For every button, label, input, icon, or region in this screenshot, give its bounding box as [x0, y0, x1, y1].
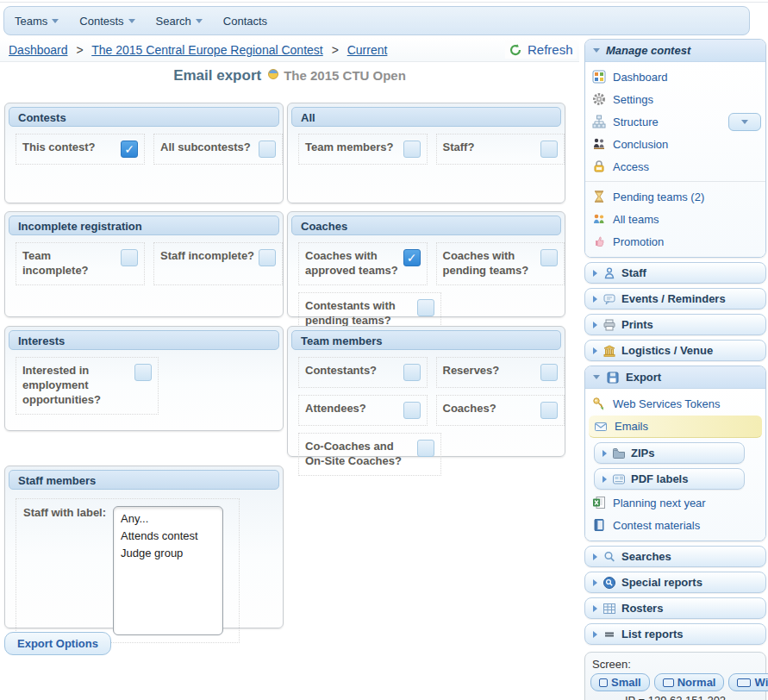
listbox-option[interactable]: Judge group	[114, 545, 222, 562]
breadcrumb-dashboard-link[interactable]: Dashboard	[9, 43, 68, 57]
chevron-right-icon	[593, 270, 597, 277]
panel-title: Incomplete registration	[9, 216, 279, 235]
sidebar-item-access[interactable]: Access	[585, 155, 765, 178]
sidebar-group-label: Prints	[621, 318, 653, 331]
checkbox-coaches-approved[interactable]: ✓	[403, 249, 421, 266]
nav-search[interactable]: Search	[156, 15, 203, 28]
panel-team-members: Team members Contestants? Reserves? Atte…	[287, 326, 565, 457]
sidebar-item-contest-materials[interactable]: Contest materials	[585, 514, 765, 536]
field-staff-incomplete: Staff incomplete?	[153, 242, 283, 285]
checkbox-this-contest[interactable]: ✓	[121, 141, 138, 158]
teams-icon	[592, 212, 606, 226]
listbox-option[interactable]: Attends contest	[114, 528, 222, 545]
sidebar-group-label: Staff	[621, 266, 646, 279]
checkbox-team-members[interactable]	[403, 141, 421, 158]
field-label: Contestants with pending teams?	[305, 299, 402, 328]
sidebar-group-special-reports[interactable]: Special reports	[584, 572, 766, 593]
book-icon	[592, 518, 606, 532]
field-coaches-pending: Coaches with pending teams?	[436, 242, 565, 285]
chevron-right-icon	[593, 322, 597, 328]
chevron-right-icon	[593, 605, 597, 612]
checkbox-reserves[interactable]	[540, 364, 558, 381]
page-title: Email exportThe 2015 CTU Open	[0, 67, 579, 84]
field-label: Attendees?	[305, 402, 366, 416]
chevron-right-icon	[603, 450, 607, 457]
checkbox-contestants-pending[interactable]	[417, 299, 434, 316]
screen-small-button[interactable]: Small	[590, 673, 650, 691]
refresh-icon	[509, 43, 522, 57]
sidebar-item-structure[interactable]: Structure	[585, 110, 765, 133]
refresh-button[interactable]: Refresh	[505, 41, 577, 59]
structure-dropdown-button[interactable]	[728, 113, 761, 131]
staff-label-listbox[interactable]: Any... Attends contest Judge group	[113, 506, 223, 635]
checkbox-coaches-pending[interactable]	[540, 249, 558, 266]
checkbox-team-incomplete[interactable]	[121, 249, 138, 266]
sidebar-group-staff[interactable]: Staff	[584, 262, 766, 284]
sidebar-group-logistics-venue[interactable]: Logistics / Venue	[584, 340, 766, 361]
field-reserves: Reserves?	[436, 357, 565, 388]
nav-contacts[interactable]: Contacts	[223, 15, 267, 28]
checkbox-staff[interactable]	[540, 141, 558, 158]
sidebar-group-label: Special reports	[621, 576, 702, 589]
sidebar-item-web-services-tokens[interactable]: Web Services Tokens	[585, 392, 765, 415]
sidebar-item-promotion[interactable]: Promotion	[585, 230, 765, 253]
checkbox-coaches[interactable]	[540, 402, 558, 419]
panel-incomplete-registration: Incomplete registration Team incomplete?…	[4, 211, 284, 317]
sidebar-group-list-reports[interactable]: List reports	[584, 623, 766, 645]
sidebar-group-searches[interactable]: Searches	[584, 546, 766, 567]
sidebar-group-prints[interactable]: Prints	[584, 314, 766, 335]
sidebar-item-conclusion[interactable]: Conclusion	[585, 133, 765, 155]
sidebar-item-settings[interactable]: Settings	[585, 88, 765, 110]
sidebar-group-label: ZIPs	[631, 447, 654, 459]
people-group-icon	[592, 137, 606, 151]
checkbox-contestants[interactable]	[403, 364, 421, 381]
panel-coaches: Coaches Coaches with approved teams? ✓ C…	[287, 211, 565, 317]
checkbox-all-subcontests[interactable]	[259, 141, 276, 158]
sidebar-group-rosters[interactable]: Rosters	[584, 597, 766, 619]
normal-screen-icon	[663, 678, 674, 687]
label-card-icon	[612, 472, 626, 486]
field-label: Reserves?	[443, 364, 500, 378]
field-label: Team incomplete?	[22, 249, 119, 278]
export-group-items: Web Services Tokens Emails ZIPs PDF labe…	[585, 389, 765, 541]
chevron-down-icon	[741, 120, 748, 124]
field-label: Coaches?	[443, 402, 496, 416]
field-staff: Staff?	[436, 134, 565, 165]
manage-contest-header[interactable]: Manage contest	[585, 40, 765, 62]
manage-contest-items: Dashboard Settings Structure Conclusion …	[585, 62, 765, 257]
nav-item-label: Contests	[79, 15, 123, 28]
ip-address: IP = 129.62.151.202	[590, 694, 760, 700]
sidebar-item-planning-next-year[interactable]: Planning next year	[585, 491, 765, 514]
sidebar-item-all-teams[interactable]: All teams	[585, 208, 765, 230]
nav-contests[interactable]: Contests	[79, 15, 134, 28]
sidebar-group-events-reminders[interactable]: Events / Reminders	[584, 288, 766, 309]
sidebar-item-label: All teams	[613, 213, 659, 226]
checkbox-attendees[interactable]	[403, 402, 421, 419]
listbox-option[interactable]: Any...	[114, 510, 222, 528]
export-group-header[interactable]: Export	[585, 366, 765, 389]
sidebar-item-pending-teams[interactable]: Pending teams (2)	[585, 185, 765, 208]
field-label: Co-Coaches and On-Site Coaches?	[305, 440, 402, 469]
checkbox-staff-incomplete[interactable]	[259, 249, 276, 266]
sidebar-group-label: Searches	[621, 550, 671, 563]
breadcrumb-current-link[interactable]: Current	[347, 43, 388, 57]
checkbox-co-coaches[interactable]	[417, 440, 434, 457]
dashboard-icon	[592, 70, 606, 84]
sidebar-item-emails[interactable]: Emails	[589, 416, 762, 438]
export-options-button[interactable]: Export Options	[4, 632, 111, 655]
sidebar-item-dashboard[interactable]: Dashboard	[585, 66, 765, 88]
nav-teams[interactable]: Teams	[15, 15, 59, 28]
sidebar-group-zips[interactable]: ZIPs	[594, 442, 745, 464]
chevron-right-icon	[593, 553, 597, 560]
chevron-down-icon	[196, 19, 203, 23]
breadcrumb: Dashboard > The 2015 Central Europe Regi…	[9, 43, 387, 57]
breadcrumb-contest-link[interactable]: The 2015 Central Europe Regional Contest	[91, 43, 323, 57]
screen-size-panel: Screen: Small Normal Wide IP = 129.62.15…	[584, 652, 766, 700]
checkbox-employment-interest[interactable]	[134, 364, 152, 381]
screen-wide-button[interactable]: Wide	[728, 673, 768, 691]
save-disk-icon	[606, 371, 620, 384]
chevron-down-icon	[52, 19, 59, 23]
screen-normal-button[interactable]: Normal	[654, 673, 725, 691]
sidebar-group-pdf-labels[interactable]: PDF labels	[594, 468, 745, 490]
panel-title: All	[291, 107, 561, 127]
